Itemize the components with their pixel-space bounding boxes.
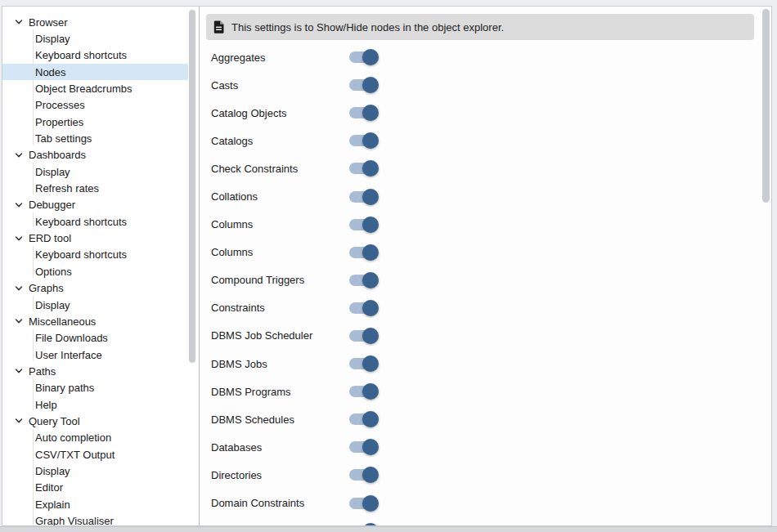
toggle-casts[interactable]	[349, 79, 377, 91]
tree-connector-line	[33, 212, 34, 227]
tree-connector-line	[33, 329, 34, 361]
chevron-down-icon[interactable]	[14, 416, 24, 426]
sidebar-item-label: Refresh rates	[35, 182, 99, 194]
chevron-down-icon[interactable]	[14, 316, 24, 326]
sidebar-group-graphs[interactable]: Graphs	[2, 280, 188, 297]
sidebar-item-display[interactable]: Display	[2, 30, 188, 47]
sidebar-item-label: Keyboard shortcuts	[35, 216, 127, 228]
toggle-thumb[interactable]	[362, 523, 379, 525]
chevron-down-icon[interactable]	[14, 17, 24, 27]
sidebar-item-binary-paths[interactable]: Binary paths	[2, 380, 188, 396]
toggle-catalogs[interactable]	[349, 135, 377, 146]
sidebar-item-processes[interactable]: Processes	[2, 97, 188, 114]
node-row-dbms-job-scheduler: DBMS Job Scheduler	[200, 322, 771, 350]
sidebar-group-paths[interactable]: Paths	[2, 363, 188, 379]
chevron-down-icon[interactable]	[14, 200, 24, 210]
chevron-down-icon[interactable]	[14, 150, 24, 160]
sidebar-item-display[interactable]: Display	[2, 463, 188, 479]
toggle-thumb[interactable]	[362, 132, 379, 149]
toggle-collations[interactable]	[349, 191, 377, 203]
sidebar-item-explain[interactable]: Explain	[2, 496, 188, 512]
sidebar-item-editor[interactable]: Editor	[2, 480, 188, 496]
sidebar-item-label: Tab settings	[35, 132, 92, 145]
node-row-compound-triggers: Compound Triggers	[200, 266, 771, 294]
toggle-thumb[interactable]	[362, 244, 379, 261]
toggle-thumb[interactable]	[362, 300, 379, 316]
sidebar-group-query-tool[interactable]: Query Tool	[2, 413, 188, 429]
sidebar-scrollbar[interactable]	[189, 10, 195, 363]
node-label: Aggregates	[211, 51, 349, 64]
sidebar-group-debugger[interactable]: Debugger	[2, 197, 188, 213]
toggle-thumb[interactable]	[362, 411, 379, 427]
sidebar-item-nodes[interactable]: Nodes	[2, 64, 188, 80]
toggle-thumb[interactable]	[362, 77, 379, 93]
toggle-thumb[interactable]	[362, 439, 379, 455]
toggle-thumb[interactable]	[362, 328, 379, 344]
panel-scrollbar[interactable]	[762, 9, 770, 203]
toggle-thumb[interactable]	[362, 160, 379, 177]
sidebar-item-csv-txt-output[interactable]: CSV/TXT Output	[2, 446, 188, 463]
sidebar-group-browser[interactable]: Browser	[2, 14, 188, 30]
toggle-aggregates[interactable]	[349, 51, 377, 63]
toggle-dbms-job-scheduler[interactable]	[349, 330, 377, 342]
preferences-sidebar: BrowserDisplayKeyboard shortcutsNodesObj…	[2, 7, 200, 525]
toggle-thumb[interactable]	[362, 495, 379, 512]
toggle-databases[interactable]	[349, 441, 377, 453]
sidebar-item-properties[interactable]: Properties	[2, 114, 188, 130]
sidebar-item-keyboard-shortcuts[interactable]: Keyboard shortcuts	[2, 47, 188, 64]
node-row-constraints: Constraints	[200, 294, 771, 322]
toggle-thumb[interactable]	[362, 467, 379, 483]
toggle-dbms-programs[interactable]	[349, 386, 377, 397]
toggle-dbms-schedules[interactable]	[349, 414, 377, 425]
toggle-constraints[interactable]	[349, 302, 377, 314]
sidebar-item-display[interactable]: Display	[2, 163, 188, 180]
toggle-thumb[interactable]	[362, 217, 379, 233]
sidebar-item-graph-visualiser[interactable]: Graph Visualiser	[2, 512, 188, 525]
toggle-domain-constraints[interactable]	[349, 498, 377, 509]
node-row-collations: Collations	[200, 182, 771, 210]
toggle-thumb[interactable]	[362, 49, 379, 65]
tree-connector-line	[33, 296, 34, 311]
node-label: Catalogs	[211, 135, 349, 147]
sidebar-group-label: Debugger	[29, 199, 75, 211]
chevron-down-icon[interactable]	[14, 234, 24, 244]
chevron-down-icon[interactable]	[14, 366, 24, 376]
chevron-down-icon[interactable]	[14, 284, 24, 293]
sidebar-item-keyboard-shortcuts[interactable]: Keyboard shortcuts	[2, 247, 188, 263]
toggle-dbms-jobs[interactable]	[349, 358, 377, 369]
node-label: Directories	[211, 469, 349, 481]
sidebar-item-auto-completion[interactable]: Auto completion	[2, 430, 188, 446]
toggle-thumb[interactable]	[362, 355, 379, 372]
sidebar-item-keyboard-shortcuts[interactable]: Keyboard shortcuts	[2, 213, 188, 230]
toggle-catalog-objects[interactable]	[349, 107, 377, 118]
sidebar-group-children: Keyboard shortcutsOptions	[2, 247, 188, 280]
sidebar-group-miscellaneous[interactable]: Miscellaneous	[2, 313, 188, 329]
sidebar-group-label: Query Tool	[29, 415, 80, 427]
toggle-compound-triggers[interactable]	[349, 275, 377, 286]
node-row-check-constraints: Check Constraints	[200, 154, 771, 182]
toggle-columns[interactable]	[349, 219, 377, 230]
sidebar-item-label: Keyboard shortcuts	[35, 49, 127, 61]
toggle-columns[interactable]	[349, 247, 377, 258]
toggle-thumb[interactable]	[362, 189, 379, 205]
toggle-thumb[interactable]	[362, 383, 379, 400]
sidebar-item-user-interface[interactable]: User Interface	[2, 346, 188, 363]
sidebar-item-tab-settings[interactable]: Tab settings	[2, 130, 188, 146]
tree-connector-line	[33, 163, 34, 194]
sidebar-item-file-downloads[interactable]: File Downloads	[2, 330, 188, 346]
sidebar-item-options[interactable]: Options	[2, 263, 188, 279]
sidebar-item-refresh-rates[interactable]: Refresh rates	[2, 180, 188, 196]
toggle-check-constraints[interactable]	[349, 163, 377, 174]
sidebar-group-erd-tool[interactable]: ERD tool	[2, 230, 188, 246]
sidebar-item-label: Display	[35, 299, 70, 311]
sidebar-group-dashboards[interactable]: Dashboards	[2, 147, 188, 163]
node-row-directories: Directories	[200, 461, 771, 489]
toggle-directories[interactable]	[349, 469, 377, 481]
toggle-thumb[interactable]	[362, 272, 379, 288]
sidebar-item-object-breadcrumbs[interactable]: Object Breadcrumbs	[2, 80, 188, 96]
sidebar-item-help[interactable]: Help	[2, 396, 188, 413]
node-toggle-list: AggregatesCastsCatalog ObjectsCatalogsCh…	[200, 43, 771, 525]
node-label: DBMS Jobs	[211, 358, 349, 370]
toggle-thumb[interactable]	[362, 105, 379, 121]
sidebar-item-display[interactable]: Display	[2, 297, 188, 313]
